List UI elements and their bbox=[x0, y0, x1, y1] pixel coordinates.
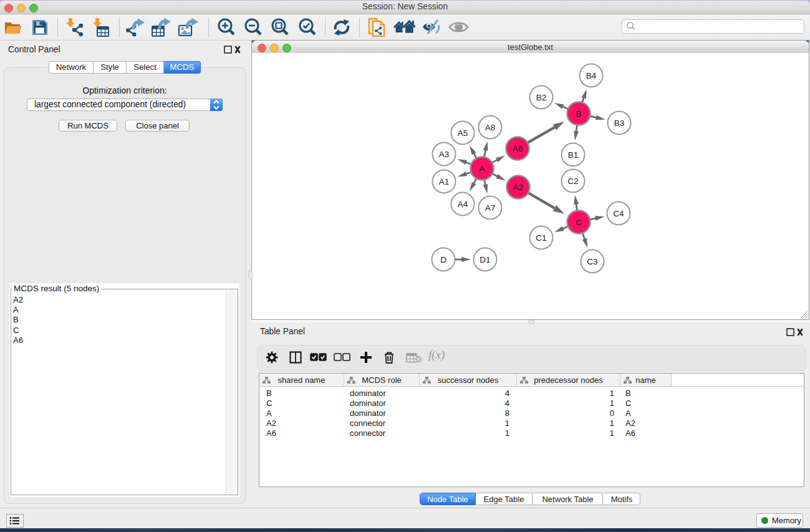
svg-text:B1: B1 bbox=[568, 150, 579, 160]
svg-text:D1: D1 bbox=[480, 255, 490, 264]
svg-text:A3: A3 bbox=[439, 150, 450, 159]
svg-text:A4: A4 bbox=[458, 200, 468, 209]
svg-text:C3: C3 bbox=[587, 257, 597, 266]
svg-text:B2: B2 bbox=[536, 93, 547, 102]
svg-text:B4: B4 bbox=[586, 71, 597, 80]
svg-text:D: D bbox=[440, 255, 446, 264]
svg-text:A1: A1 bbox=[439, 177, 450, 186]
svg-text:C2: C2 bbox=[567, 177, 578, 186]
svg-text:A5: A5 bbox=[458, 128, 468, 138]
svg-text:C: C bbox=[576, 218, 582, 227]
svg-text:A8: A8 bbox=[485, 123, 496, 132]
svg-text:B3: B3 bbox=[614, 118, 625, 128]
svg-text:A6: A6 bbox=[513, 144, 523, 153]
svg-text:A: A bbox=[479, 164, 485, 173]
svg-text:C4: C4 bbox=[613, 209, 624, 218]
svg-text:C1: C1 bbox=[536, 233, 546, 243]
svg-text:A7: A7 bbox=[485, 203, 496, 213]
svg-text:A2: A2 bbox=[513, 183, 524, 192]
svg-text:B: B bbox=[576, 109, 581, 118]
